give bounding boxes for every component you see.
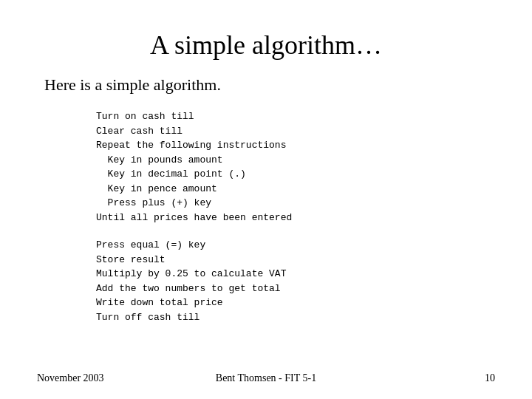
slide-footer: November 2003 Bent Thomsen - FIT 5-1 10 [37,365,495,384]
slide-title: A simple algorithm… [37,30,495,61]
footer-page: 10 [406,372,495,384]
footer-date: November 2003 [37,372,126,384]
slide: A simple algorithm… Here is a simple alg… [0,0,532,399]
code-block-2: Press equal (=) key Store result Multipl… [96,238,495,324]
footer-credit: Bent Thomsen - FIT 5-1 [126,372,406,384]
code-block-1: Turn on cash till Clear cash till Repeat… [96,109,495,225]
slide-subtitle: Here is a simple algorithm. [44,75,495,95]
